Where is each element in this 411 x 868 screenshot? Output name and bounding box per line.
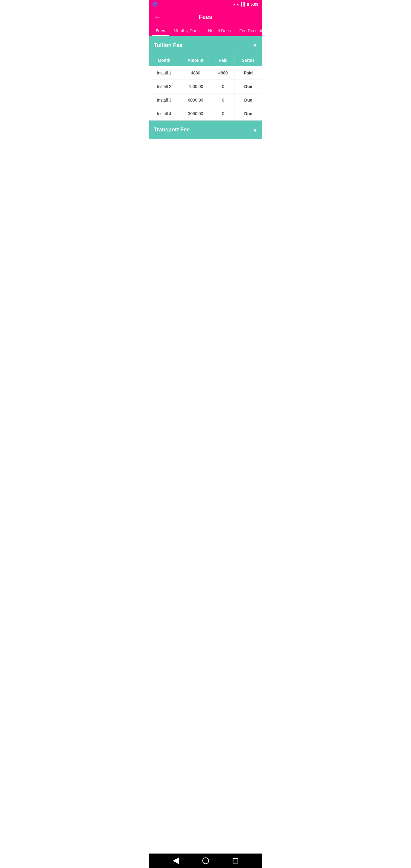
table-row: Install 4 3090.00 0 Due [149, 107, 262, 121]
table-row: Install 2 7500.00 0 Due [149, 80, 262, 93]
tuition-fee-table: Month Amount Paid Status Install 1 4880 … [149, 54, 262, 121]
col-month: Month [149, 54, 179, 66]
tuition-fee-title: Tuition Fee [154, 42, 183, 49]
time-display: 5:08 [250, 2, 258, 7]
cell-status: Due [234, 93, 262, 107]
cell-status: Due [234, 107, 262, 121]
wifi-icon: ▲▲ [232, 2, 240, 6]
cell-paid: 4880 [212, 66, 234, 80]
cell-month: Install 2 [149, 80, 179, 93]
cell-paid: 0 [212, 107, 234, 121]
table-header-row: Month Amount Paid Status [149, 54, 262, 66]
cell-paid: 0 [212, 80, 234, 93]
tuition-fee-chevron: ∧ [253, 41, 257, 49]
cell-paid: 0 [212, 93, 234, 107]
back-button[interactable]: ← [154, 13, 161, 21]
tab-monthly-dues[interactable]: Monthly Dues [169, 25, 204, 36]
tab-fees[interactable]: Fees [152, 25, 170, 36]
cell-status: Due [234, 80, 262, 93]
col-status: Status [234, 54, 262, 66]
page-title: Fees [166, 13, 245, 21]
col-amount: Amount [179, 54, 212, 66]
app-icon: 🌀 [153, 2, 158, 7]
table-row: Install 3 6000.00 0 Due [149, 93, 262, 107]
table-row: Install 1 4880 4880 Paid [149, 66, 262, 80]
status-indicator: 🌀 [153, 2, 158, 7]
signal-icon: ▌▌ [241, 2, 246, 6]
cell-amount: 4880 [179, 66, 212, 80]
transport-fee-header[interactable]: Transport Fee ∨ [149, 121, 262, 138]
cell-month: Install 4 [149, 107, 179, 121]
transport-fee-title: Transport Fee [154, 127, 190, 133]
cell-amount: 6000.00 [179, 93, 212, 107]
cell-amount: 3090.00 [179, 107, 212, 121]
cell-status: Paid [234, 66, 262, 80]
cell-amount: 7500.00 [179, 80, 212, 93]
tab-bar: Fees Monthly Dues Hostel Dues Fee Receip… [149, 25, 262, 36]
cell-month: Install 1 [149, 66, 179, 80]
battery-icon: ▮ [247, 2, 249, 6]
tab-fee-receipt[interactable]: Fee Receipt [235, 25, 262, 36]
header: ← Fees [149, 8, 262, 25]
tuition-fee-header[interactable]: Tuition Fee ∧ [149, 36, 262, 54]
cell-month: Install 3 [149, 93, 179, 107]
col-paid: Paid [212, 54, 234, 66]
tab-hostel-dues[interactable]: Hostel Dues [204, 25, 235, 36]
status-bar-right: ▲▲ ▌▌ ▮ 5:08 [232, 2, 258, 7]
transport-fee-chevron: ∨ [253, 126, 257, 133]
status-bar: 🌀 ▲▲ ▌▌ ▮ 5:08 [149, 0, 262, 8]
